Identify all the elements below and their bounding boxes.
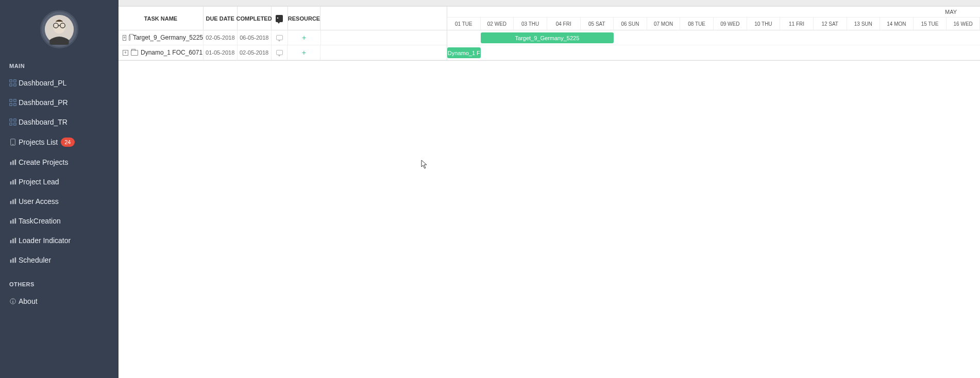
svg-rect-27	[15, 199, 16, 204]
svg-rect-34	[10, 260, 12, 263]
avatar[interactable]	[40, 10, 78, 48]
grid-icon	[9, 118, 16, 126]
sidebar-item-label: Scheduler	[19, 256, 51, 264]
svg-rect-26	[12, 200, 14, 204]
svg-rect-15	[10, 123, 12, 125]
projects-badge: 24	[61, 138, 74, 147]
avatar-face-icon	[44, 14, 75, 45]
timeline-day-cell: 07 MON	[647, 18, 681, 30]
timeline-day-cell: 13 SUN	[847, 18, 881, 30]
task-name-text: Target_9_Germany_5225	[133, 34, 203, 41]
gantt-body: Target_9_Germany_5225Dynamo_1 F	[447, 30, 980, 60]
header-taskname[interactable]: TASK NAME	[119, 7, 204, 30]
timeline-day-cell: 12 SAT	[814, 18, 847, 30]
gantt-container: TASK NAME DUE DATE COMPLETED RESOURCE + …	[119, 6, 980, 61]
sidebar-item-create-projects[interactable]: Create Projects	[0, 152, 119, 172]
main-content: TASK NAME DUE DATE COMPLETED RESOURCE + …	[119, 0, 980, 378]
info-icon	[9, 298, 16, 305]
header-duedate[interactable]: DUE DATE	[204, 7, 238, 30]
sidebar-item-scheduler[interactable]: Scheduler	[0, 250, 119, 270]
sidebar-item-label: Projects List	[19, 138, 58, 146]
grid-header-row: TASK NAME DUE DATE COMPLETED RESOURCE	[119, 6, 447, 30]
svg-rect-22	[10, 181, 12, 184]
timeline-day-cell: 02 WED	[481, 18, 514, 30]
folder-icon	[131, 50, 138, 56]
sidebar: MAIN Dashboard_PL Dashboard_PR Dashboard…	[0, 0, 119, 378]
svg-rect-31	[10, 240, 12, 243]
header-comments[interactable]	[272, 7, 288, 30]
timeline-day-cell: 06 SUN	[614, 18, 647, 30]
grid-icon	[9, 99, 16, 106]
svg-rect-32	[12, 239, 14, 244]
svg-rect-21	[15, 160, 16, 165]
svg-rect-25	[10, 201, 12, 204]
sidebar-item-label: User Access	[19, 197, 59, 205]
add-resource-icon[interactable]: +	[302, 33, 306, 42]
cell-spacer	[321, 30, 447, 45]
cell-resource[interactable]: +	[288, 45, 320, 60]
bars-icon	[9, 198, 16, 205]
cell-comments[interactable]	[272, 45, 288, 60]
sidebar-item-dashboard-tr[interactable]: Dashboard_TR	[0, 112, 119, 132]
sidebar-item-projects-list[interactable]: Projects List 24	[0, 132, 119, 152]
cell-duedate: 02-05-2018	[204, 30, 238, 45]
svg-rect-29	[12, 219, 14, 224]
gantt-bar[interactable]: Target_9_Germany_5225	[481, 32, 614, 43]
cell-completed: 02-05-2018	[238, 45, 272, 60]
timeline-day-cell: 14 MON	[880, 18, 914, 30]
timeline-month-row: MAY	[447, 6, 980, 18]
device-icon	[9, 139, 16, 146]
table-row[interactable]: + Dynamo_1 FOC_6071 01-05-2018 02-05-201…	[119, 45, 447, 60]
bars-icon	[9, 178, 16, 185]
expand-toggle[interactable]: +	[123, 35, 126, 41]
sidebar-item-loader-indicator[interactable]: Loader Indicator	[0, 231, 119, 250]
folder-icon	[129, 35, 130, 41]
sidebar-item-project-lead[interactable]: Project Lead	[0, 172, 119, 192]
sidebar-item-task-creation[interactable]: TaskCreation	[0, 211, 119, 231]
svg-rect-13	[10, 119, 12, 121]
task-grid: TASK NAME DUE DATE COMPLETED RESOURCE + …	[119, 6, 447, 60]
svg-rect-20	[12, 161, 14, 165]
avatar-container	[0, 10, 119, 48]
timeline-day-cell: 11 FRI	[780, 18, 814, 30]
svg-rect-10	[14, 99, 16, 101]
timeline-day-cell: 03 THU	[514, 18, 547, 30]
svg-rect-35	[12, 259, 14, 263]
svg-rect-36	[15, 257, 16, 263]
sidebar-item-label: Create Projects	[19, 158, 68, 166]
gantt-bar[interactable]: Dynamo_1 F	[447, 47, 481, 58]
timeline-days-row: 01 TUE02 WED03 THU04 FRI05 SAT06 SUN07 M…	[447, 18, 980, 30]
timeline-grid: MAY 01 TUE02 WED03 THU04 FRI05 SAT06 SUN…	[447, 6, 980, 60]
add-resource-icon[interactable]: +	[302, 48, 306, 57]
sidebar-item-label: Dashboard_PR	[19, 98, 68, 107]
sidebar-item-dashboard-pl[interactable]: Dashboard_PL	[0, 73, 119, 93]
timeline-day-cell: 01 TUE	[447, 18, 481, 30]
svg-rect-19	[10, 162, 12, 165]
sidebar-item-label: Loader Indicator	[19, 236, 71, 245]
timeline-month-label: MAY	[945, 9, 957, 15]
sidebar-item-label: Dashboard_PL	[19, 79, 66, 87]
expand-toggle[interactable]: +	[123, 50, 128, 56]
table-row[interactable]: + Target_9_Germany_5225 02-05-2018 06-05…	[119, 30, 447, 45]
sidebar-item-label: TaskCreation	[19, 217, 61, 225]
svg-rect-8	[14, 84, 16, 86]
comment-icon	[276, 15, 283, 22]
sidebar-item-dashboard-pr[interactable]: Dashboard_PR	[0, 93, 119, 112]
gantt-row: Dynamo_1 F	[447, 45, 980, 60]
sidebar-item-user-access[interactable]: User Access	[0, 192, 119, 211]
timeline-day-cell: 10 THU	[747, 18, 781, 30]
section-label-main: MAIN	[0, 58, 119, 73]
sidebar-item-about[interactable]: About	[0, 291, 119, 311]
svg-rect-30	[15, 218, 16, 224]
cell-comments[interactable]	[272, 30, 288, 45]
header-resource[interactable]: RESOURCE	[288, 7, 321, 30]
svg-rect-11	[10, 104, 12, 106]
bars-icon	[9, 256, 16, 264]
svg-rect-9	[10, 99, 12, 101]
cell-resource[interactable]: +	[288, 30, 321, 45]
timeline-day-cell: 16 WED	[947, 18, 980, 30]
task-name-text: Dynamo_1 FOC_6071	[141, 49, 202, 56]
header-completed[interactable]: COMPLETED	[238, 7, 272, 30]
cell-spacer	[320, 45, 447, 60]
timeline-day-cell: 04 FRI	[547, 18, 581, 30]
